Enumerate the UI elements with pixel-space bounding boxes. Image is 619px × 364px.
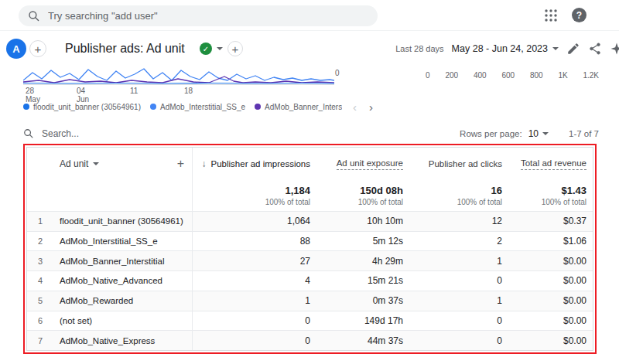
topbar-icons: ? (544, 8, 587, 22)
customize-report-icon[interactable] (566, 42, 580, 56)
analytics-report-page: ? A + Publisher ads: Ad unit ✓ + Last 28… (0, 0, 619, 364)
rows-per-page-select[interactable]: 10 (528, 128, 549, 139)
legend-dot (23, 104, 29, 110)
clicks-cell: 0 (414, 271, 513, 291)
exposure-cell: 0m 37s (321, 291, 414, 311)
legend-prev-icon[interactable]: ‹ (351, 101, 358, 113)
apps-grid-icon[interactable] (544, 9, 558, 22)
totals-exposure: 150d 08h 100% of total (321, 180, 414, 211)
row-index: 2 (27, 232, 53, 251)
clicks-cell: 0 (414, 311, 513, 331)
ad-unit-cell: AdMob_Native_Advanced (53, 271, 193, 291)
clicks-cell: 2 (414, 232, 513, 251)
legend-label: floodit_unit_banner (30564961) (33, 103, 141, 111)
row-index: 5 (27, 291, 53, 311)
search-icon (23, 128, 34, 139)
add-metric-button[interactable]: + (227, 41, 243, 56)
totals-clicks: 16 100% of total (414, 180, 513, 211)
x-tick: 18 (184, 87, 193, 95)
axis-tick: 800 (530, 71, 543, 80)
y-axis-zero-label: 0 (335, 69, 340, 77)
axis-tick: 1.2K (583, 71, 599, 80)
chevron-down-icon (542, 132, 549, 135)
revenue-cell: $0.37 (513, 212, 593, 231)
axis-tick: 600 (501, 71, 515, 80)
row-index-header (27, 148, 53, 180)
row-index: 1 (27, 212, 53, 231)
exposure-cell: 149d 17h (321, 311, 414, 331)
col-header-impressions[interactable]: ↓ Publisher ad impressions (193, 148, 321, 180)
x-tick-day: 18 (184, 87, 193, 95)
impressions-cell: 0 (193, 311, 321, 331)
impressions-cell: 1 (193, 291, 321, 311)
help-icon[interactable]: ? (572, 8, 587, 22)
timeseries-chart: 28 May 04 Jun 11 18 0 0 200 400 600 800 … (0, 66, 619, 104)
totals-impressions: 1,184 100% of total (193, 180, 321, 211)
col-header-exposure[interactable]: Ad unit exposure (321, 148, 414, 180)
exposure-cell: 15m 21s (321, 271, 414, 291)
total-value: $1.43 (561, 185, 587, 196)
global-search[interactable] (19, 5, 378, 26)
annotation-highlight: Ad unit + ↓ Publisher ad impressions Ad … (23, 144, 597, 354)
col-header-label: Ad unit exposure (337, 158, 403, 170)
report-status-badge[interactable]: ✓ (200, 31, 223, 66)
x-tick: 11 (130, 87, 138, 95)
table-toolbar: Rows per page: 10 1-7 of 7 (23, 124, 599, 144)
dimension-select[interactable]: Ad unit (60, 158, 99, 169)
share-icon[interactable] (588, 42, 602, 56)
clicks-cell: 12 (414, 212, 513, 231)
row-index: 3 (27, 251, 53, 270)
row-index: 6 (27, 311, 53, 331)
add-column-button[interactable]: + (177, 157, 184, 171)
date-range-picker[interactable]: May 28 - Jun 24, 2023 (452, 43, 559, 54)
axis-tick: 1K (558, 71, 567, 80)
pagination-controls: Rows per page: 10 1-7 of 7 (460, 128, 599, 139)
legend-item[interactable]: floodit_unit_banner (30564961) (23, 103, 141, 111)
date-range-value: May 28 - Jun 24, 2023 (452, 43, 548, 54)
total-percent: 100% of total (265, 198, 310, 206)
legend-item[interactable]: AdMob_Banner_Interstitial (255, 103, 342, 111)
insights-icon[interactable] (610, 42, 619, 56)
line-chart-canvas (23, 66, 334, 85)
dimension-label: Ad unit (60, 158, 88, 169)
total-percent: 100% of total (358, 198, 403, 206)
table-search-input[interactable] (42, 128, 212, 139)
col-header-label: Publisher ad impressions (211, 159, 310, 168)
x-tick-day: 04 (77, 87, 89, 95)
total-value: 16 (491, 185, 502, 196)
bar-chart-axis: 0 200 400 600 800 1K 1.2K (426, 71, 599, 80)
table-totals-row: 1,184 100% of total 150d 08h 100% of tot… (27, 180, 593, 211)
table-row: 5 AdMob_Rewarded 1 0m 37s 1 $0.00 (27, 291, 593, 311)
table-header-row: Ad unit + ↓ Publisher ad impressions Ad … (27, 148, 593, 180)
add-comparison-button[interactable]: + (29, 40, 46, 57)
topbar: ? (0, 0, 619, 31)
legend-item[interactable]: AdMob_Interstitial_SS_e (150, 103, 245, 111)
legend-next-icon[interactable]: › (368, 101, 374, 113)
col-header-label: Publisher ad clicks (429, 159, 502, 168)
series-line-3 (23, 83, 334, 84)
check-icon: ✓ (200, 43, 212, 55)
impressions-cell: 27 (193, 251, 321, 270)
revenue-cell: $0.00 (513, 271, 593, 291)
help-glyph: ? (576, 10, 582, 21)
col-header-label: Total ad revenue (521, 158, 587, 170)
row-index: 4 (27, 271, 53, 291)
rows-per-page-label: Rows per page: (460, 129, 522, 138)
page-title: Publisher ads: Ad unit (65, 31, 185, 66)
ad-unit-cell: AdMob_Native_Express (53, 331, 193, 350)
exposure-cell: 4h 29m (321, 251, 414, 270)
search-icon (28, 10, 40, 22)
col-header-clicks[interactable]: Publisher ad clicks (414, 148, 513, 180)
impressions-cell: 1,064 (193, 212, 321, 231)
global-search-input[interactable] (48, 10, 368, 22)
legend-dot (150, 104, 156, 110)
axis-tick: 200 (445, 71, 458, 80)
chart-legend: floodit_unit_banner (30564961) AdMob_Int… (23, 100, 374, 114)
ad-units-table: Ad unit + ↓ Publisher ad impressions Ad … (26, 147, 593, 351)
pagination-status: 1-7 of 7 (569, 129, 599, 138)
col-header-revenue[interactable]: Total ad revenue (513, 148, 593, 180)
total-value: 150d 08h (360, 185, 403, 196)
revenue-cell: $0.00 (513, 311, 593, 331)
totals-revenue: $1.43 100% of total (513, 180, 593, 211)
account-avatar[interactable]: A (6, 39, 26, 59)
